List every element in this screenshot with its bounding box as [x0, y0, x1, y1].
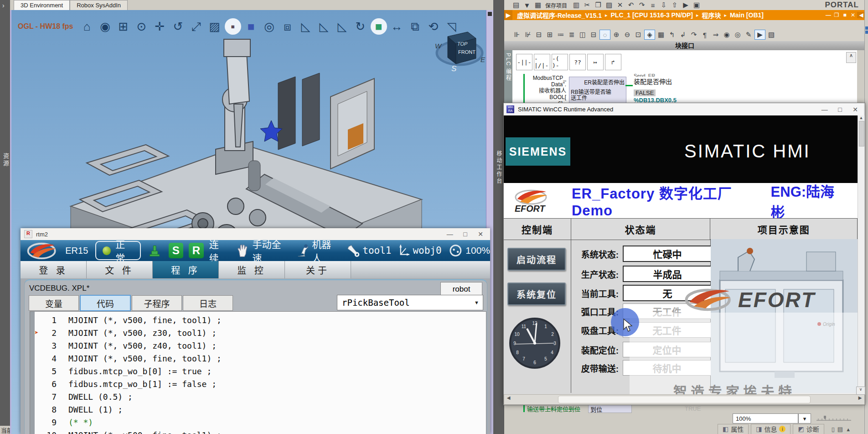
task-card-icon[interactable]: [865, 26, 868, 30]
go-online-icon[interactable]: ▶: [681, 0, 691, 10]
robot-arm-icon[interactable]: [295, 243, 310, 258]
cut-icon[interactable]: ✂: [582, 0, 592, 10]
split-v-icon[interactable]: ⊟: [589, 30, 599, 39]
tab-program[interactable]: 程 序: [153, 261, 219, 278]
code-line[interactable]: 8DWELL (1) ;: [30, 403, 486, 416]
breadcrumb-project[interactable]: 虚拟调试程序-Release_V15.1: [517, 10, 602, 20]
rung-function-box[interactable]: ER装配是否伸出 RB输送带是否输送工件: [569, 77, 626, 104]
wincc-minimize-button[interactable]: —: [818, 105, 832, 114]
favorites-icon[interactable]: ◈: [644, 30, 655, 40]
wincc-maximize-button[interactable]: □: [833, 105, 847, 114]
tool-wrench-icon[interactable]: [347, 244, 360, 257]
portal-label[interactable]: PORTAL: [825, 0, 859, 10]
collapse-all-icon[interactable]: ⊖: [622, 30, 632, 39]
list-icon[interactable]: ▤: [837, 426, 843, 433]
servo-badge[interactable]: S: [169, 243, 184, 258]
pan-icon[interactable]: ✛: [152, 18, 168, 35]
undo-icon[interactable]: ↶: [626, 0, 636, 10]
wincc-titlebar[interactable]: WinRA SIMATIC WinCC Runtime Advanced — □…: [504, 103, 864, 116]
fit-all-icon[interactable]: ⤢: [188, 18, 205, 35]
instructions-icon[interactable]: ▦: [656, 30, 666, 39]
zoom-slider[interactable]: [816, 414, 852, 423]
code-line[interactable]: 5fidbus.mtcp_wo_b[0] := true ;: [30, 365, 486, 377]
view-cube[interactable]: TOP FRONT W S E: [432, 18, 487, 73]
page-icon[interactable]: ▯: [832, 426, 835, 433]
wobj-label[interactable]: wobj0: [413, 245, 441, 256]
code-line[interactable]: ➤2MJOINT (*, v500, z30, tool1) ;: [30, 326, 486, 339]
layout-icon[interactable]: ▧: [766, 30, 776, 39]
redo-icon[interactable]: ↷: [637, 0, 647, 10]
copy-icon[interactable]: ❐: [593, 0, 603, 10]
robot-status-indicator[interactable]: 正常: [95, 241, 141, 260]
code-line[interactable]: 10MJOINT (*, v500, fine, tool1) ;: [30, 429, 486, 434]
run-badge[interactable]: R: [189, 243, 204, 258]
close-branch-button[interactable]: ↱: [605, 54, 621, 70]
block-interface-bar[interactable]: 块接口: [504, 41, 865, 50]
paste-icon[interactable]: ▨: [604, 0, 614, 10]
print-icon[interactable]: ▥: [571, 0, 581, 10]
wincc-close-button[interactable]: ✕: [848, 105, 862, 114]
modify-icon[interactable]: ✎: [744, 30, 754, 39]
delete-icon[interactable]: ✕: [615, 0, 625, 10]
tool-label[interactable]: tool1: [362, 245, 391, 256]
shaded-mode-icon[interactable]: ▪: [225, 18, 241, 35]
zoom-icon[interactable]: ⊙: [134, 18, 150, 35]
code-line[interactable]: 1MJOINT (*, v500, fine, tool1) ;: [30, 314, 486, 326]
start-runtime-icon[interactable]: ▣: [692, 0, 702, 10]
breadcrumb-main-ob1[interactable]: Main [OB1]: [730, 11, 764, 19]
rtm2-close-button[interactable]: ✕: [474, 230, 487, 239]
code-editor[interactable]: 1MJOINT (*, v500, fine, tool1) ; ➤2MJOIN…: [30, 311, 486, 434]
jump-icon[interactable]: ↷: [689, 30, 699, 39]
test-settings-icon[interactable]: ▶: [754, 30, 765, 40]
breadcrumb-plc[interactable]: PLC_1 [CPU 1516-3 PN/DP]: [611, 11, 693, 19]
solid-mode-icon[interactable]: ■: [243, 18, 259, 35]
move-workbench-vertical-tab[interactable]: 移动工作台: [495, 151, 503, 185]
zoom-window-icon[interactable]: ⊞: [115, 18, 132, 35]
save-icon[interactable]: ▦: [533, 0, 543, 10]
contact-no-button[interactable]: -||-: [516, 54, 532, 70]
clip-plane-y-icon[interactable]: ◺: [316, 18, 332, 35]
library-icon[interactable]: [865, 31, 868, 34]
delete-network-icon[interactable]: ⊮: [523, 30, 533, 39]
monitor-off-icon[interactable]: ◎: [733, 30, 743, 39]
home-icon[interactable]: ⌂: [79, 18, 95, 35]
tab-about[interactable]: 关于: [285, 261, 351, 278]
clip-box-icon[interactable]: ⧈: [279, 18, 296, 35]
code-line[interactable]: 4MJOINT (*, v500, fine, tool1) ;: [30, 352, 486, 365]
download-icon[interactable]: ⇩: [659, 0, 669, 10]
wincc-hscrollbar[interactable]: ◀ ▶ ∨: [504, 394, 865, 405]
subtab-variables[interactable]: 变量: [29, 295, 79, 311]
split-h-icon[interactable]: ◫: [578, 30, 588, 39]
code-line[interactable]: 6fidbus.mtcp_wo_b[1] := false ;: [30, 377, 486, 390]
scroll-down-icon[interactable]: ∨: [856, 387, 865, 395]
hscroll-thumb[interactable]: [558, 396, 811, 403]
save-project-button[interactable]: 保存项目: [545, 1, 567, 9]
open-icon[interactable]: ▼: [522, 0, 532, 10]
zoom-select[interactable]: 100%: [733, 413, 798, 424]
tab-properties[interactable]: ◧ 属性: [718, 424, 749, 434]
tia-restore-button[interactable]: ❐: [832, 12, 841, 18]
insert-network-icon[interactable]: ⊪: [512, 30, 522, 39]
tool-routine-dropdown[interactable]: rPickBaseTool ▼: [337, 295, 483, 310]
rtm2-minimize-button[interactable]: —: [443, 230, 457, 239]
resources-vertical-tab[interactable]: 资源: [1, 153, 10, 167]
zoom-dropdown-icon[interactable]: ▾: [798, 413, 811, 424]
upload-icon[interactable]: ⇧: [670, 0, 680, 10]
gripper-icon[interactable]: [147, 243, 162, 258]
expand-up-icon[interactable]: ▲: [846, 427, 851, 432]
tab-info[interactable]: ◨ 信息 i: [751, 424, 790, 434]
fbd-branch-icon[interactable]: ⊞: [545, 30, 555, 39]
tab-login[interactable]: 登 录: [21, 261, 87, 278]
breadcrumb-expander-icon[interactable]: ▶: [504, 10, 512, 20]
fbd-box-icon[interactable]: ⊟: [534, 30, 544, 39]
breadcrumb-blocks[interactable]: 程序块: [702, 10, 721, 20]
rtm2-maximize-button[interactable]: □: [458, 230, 472, 239]
ladder-editor[interactable]: -||- -|/|- -( )- ?? ↦ ↱ ModbusTCP_ Data"…: [512, 50, 857, 103]
monitor-on-icon[interactable]: ◉: [722, 30, 732, 39]
tia-minimize-button[interactable]: —: [824, 12, 832, 18]
new-icon[interactable]: ▤: [511, 0, 521, 10]
operands-icon[interactable]: ⊡: [633, 30, 643, 39]
tab-file[interactable]: 文 件: [87, 261, 153, 278]
robot-menu-label[interactable]: 机器人: [312, 237, 339, 264]
ladder-scroll-up-button[interactable]: ∧: [846, 52, 856, 63]
